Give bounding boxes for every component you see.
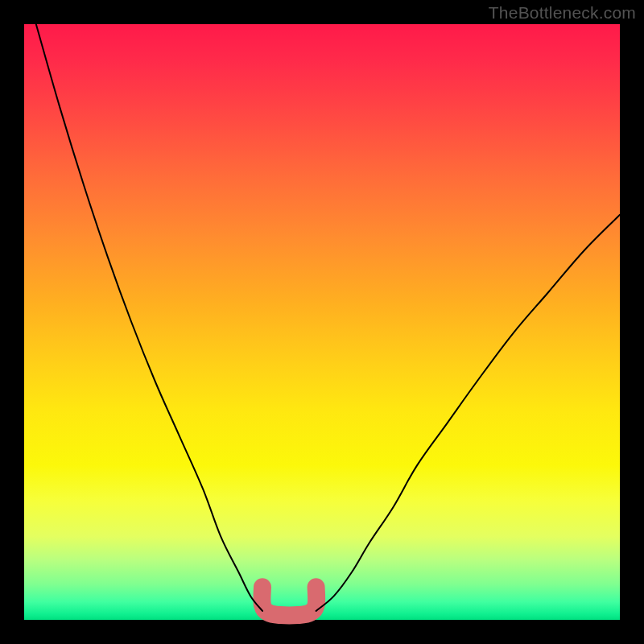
watermark-text: TheBottleneck.com: [489, 3, 636, 23]
right-curve-path: [316, 215, 620, 611]
chart-svg: [24, 24, 620, 620]
chart-plot-area: [24, 24, 620, 620]
left-curve-path: [36, 24, 262, 611]
blob-marker-path: [262, 587, 316, 615]
